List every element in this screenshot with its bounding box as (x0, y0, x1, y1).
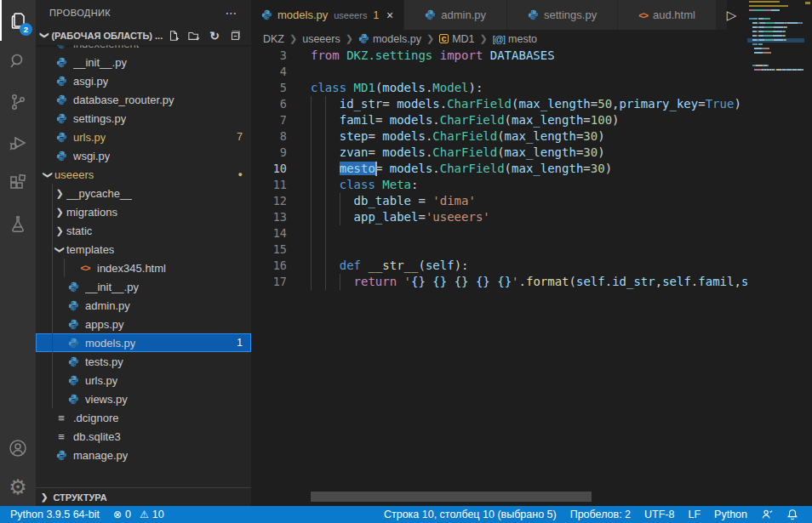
tree-item-apps.py[interactable]: apps.py (36, 315, 251, 333)
code-line-9[interactable]: 9zvan= models.CharField(max_length=30) (251, 145, 812, 161)
breadcrumb-separator-icon: ❯ (346, 33, 353, 44)
collapse-all-icon[interactable] (227, 28, 243, 43)
code-line-17[interactable]: 17return '{} {} {} {} {}'.format(self.id… (251, 274, 812, 290)
code-line-8[interactable]: 8step= models.CharField(max_length=30) (251, 128, 812, 145)
tree-indent-guide (52, 277, 53, 296)
tree-item-settings.py[interactable]: settings.py (36, 109, 251, 128)
tree-item-asgi.py[interactable]: asgi.py (36, 71, 251, 90)
line-number: 7 (251, 112, 287, 128)
settings-gear-icon[interactable]: ⚙ (0, 469, 36, 506)
tab-admin.py[interactable]: admin.py (404, 0, 507, 30)
search-icon[interactable] (0, 41, 36, 82)
indentation-status[interactable]: Пробелов: 2 (563, 506, 638, 523)
code-line-14[interactable]: 14 (251, 225, 812, 242)
cursor-position-status[interactable]: Строка 10, столбец 10 (выбрано 5) (377, 506, 563, 523)
eol-status[interactable]: LF (681, 506, 707, 523)
tree-item-urls.py[interactable]: urls.py (36, 371, 251, 389)
tab-models.py[interactable]: models.pyuseeers1× (251, 0, 404, 30)
tree-item-views.py[interactable]: views.py (36, 389, 251, 408)
breadcrumb-item-useeers[interactable]: useeers (302, 33, 340, 45)
python-icon (66, 338, 80, 349)
python-icon (66, 300, 80, 311)
tree-item-.dcignore[interactable]: ≡.dcignore (36, 408, 251, 427)
language-mode-status[interactable]: Python (707, 506, 754, 523)
source-control-icon[interactable] (0, 82, 36, 122)
explorer-icon[interactable]: 2 (0, 0, 36, 41)
tree-folder-__pycache__[interactable]: ❯__pycache__ (36, 184, 251, 202)
line-number: 14 (251, 225, 287, 242)
tree-item-tests.py[interactable]: tests.py (36, 352, 251, 371)
tree-item-wsgi.py[interactable]: wsgi.py (36, 146, 251, 165)
tree-item-indexelement[interactable]: indexelement (36, 45, 251, 53)
chevron-right-icon: ❯ (53, 225, 66, 236)
close-icon[interactable]: × (386, 9, 393, 22)
code-text: id_str= models.CharField(max_length=50,p… (311, 97, 741, 111)
breadcrumb-label: mesto (508, 33, 537, 45)
tree-item-label: indexelement (73, 45, 139, 50)
code-line-15[interactable]: 15 (251, 242, 812, 258)
outline-section-header[interactable]: ❯ СТРУКТУРА (36, 487, 251, 506)
tree-item-label: __init__.py (73, 56, 127, 69)
code-line-11[interactable]: 11class Meta: (251, 177, 812, 193)
refresh-icon[interactable]: ↻ (207, 28, 222, 43)
tab-aud.html[interactable]: <>aud.html (618, 0, 717, 30)
run-debug-icon[interactable] (0, 122, 36, 163)
new-file-icon[interactable] (166, 28, 181, 43)
code-line-7[interactable]: 7famil= models.CharField(max_length=100) (251, 112, 812, 128)
sidebar-more-actions-icon[interactable]: ⋯ (226, 6, 237, 20)
code-line-6[interactable]: 6id_str= models.CharField(max_length=50,… (251, 96, 812, 112)
python-icon (54, 450, 68, 461)
new-folder-icon[interactable] (186, 28, 202, 43)
encoding-status[interactable]: UTF-8 (638, 506, 681, 523)
tree-item-label: tests.py (85, 355, 123, 368)
minimap[interactable] (747, 0, 804, 459)
tree-indent-guide (52, 371, 53, 389)
tree-item-urls.py[interactable]: urls.py7 (36, 128, 251, 146)
code-line-13[interactable]: 13app_label='useeers' (251, 209, 812, 225)
run-python-file-icon[interactable]: ▷ (727, 8, 737, 23)
python-interpreter-status[interactable]: Python 3.9.5 64-bit (3, 506, 106, 523)
breadcrumb-item-models.py[interactable]: models.py (358, 33, 421, 45)
extensions-icon[interactable] (0, 163, 36, 204)
breadcrumb-item-MD1[interactable]: cMD1 (439, 33, 474, 45)
notifications-bell-icon[interactable] (780, 506, 805, 523)
tree-folder-static[interactable]: ❯static (36, 221, 251, 240)
test-icon[interactable] (0, 204, 36, 245)
tree-item-manage.py[interactable]: manage.py (36, 446, 251, 464)
horizontal-scrollbar[interactable] (311, 492, 592, 502)
code-line-5[interactable]: 5class MD1(models.Model): (251, 80, 812, 96)
tree-item-models.py[interactable]: models.py1 (36, 333, 251, 352)
tab-settings.py[interactable]: settings.py (507, 0, 618, 30)
tree-indent-guide (52, 333, 53, 352)
account-icon[interactable] (0, 428, 36, 469)
code-line-10[interactable]: 10mesto= models.CharField(max_length=30) (251, 161, 812, 177)
tree-folder-templates[interactable]: ❯templates (36, 240, 251, 259)
tree-item-label: database_roouter.py (73, 94, 174, 106)
feedback-icon[interactable] (754, 506, 780, 523)
breadcrumb-item-mesto[interactable]: [@]mesto (493, 33, 537, 45)
problems-status[interactable]: ⊗ 0 ⚠ 10 (106, 506, 171, 523)
tree-folder-migrations[interactable]: ❯migrations (36, 202, 251, 221)
tree-item-__init__.py[interactable]: __init__.py (36, 277, 251, 296)
code-line-12[interactable]: 12db_table = 'dima' (251, 193, 812, 209)
tree-item-database_roouter.py[interactable]: database_roouter.py (36, 90, 251, 109)
tree-item-__init__.py[interactable]: __init__.py (36, 53, 251, 71)
breadcrumb-label: DKZ (263, 33, 284, 45)
tree-item-admin.py[interactable]: admin.py (36, 296, 251, 315)
symbol-field-icon: [@] (493, 34, 505, 44)
breadcrumb: DKZ❯useeers❯models.py❯cMD1❯[@]mesto (251, 30, 812, 48)
error-count: 0 (125, 509, 131, 520)
code-editor[interactable]: 3from DKZ.settings import DATABASES45cla… (251, 48, 812, 490)
warning-icon: ⚠ (140, 509, 149, 520)
tree-item-db.sqlite3[interactable]: ≡db.sqlite3 (36, 427, 251, 446)
tree-folder-useeers[interactable]: ❯useeers● (36, 165, 251, 184)
python-icon (66, 356, 80, 367)
overview-ruler (804, 0, 812, 459)
breadcrumb-item-DKZ[interactable]: DKZ (263, 33, 284, 45)
code-line-16[interactable]: 16def __str__(self): (251, 258, 812, 274)
html-icon: <> (78, 263, 92, 273)
code-line-3[interactable]: 3from DKZ.settings import DATABASES (251, 48, 812, 64)
tree-item-index345.html[interactable]: <>index345.html (36, 259, 251, 277)
workspace-section-header[interactable]: ❯ (РАБОЧАЯ ОБЛАСТЬ) ... ↻ (36, 26, 251, 45)
code-line-4[interactable]: 4 (251, 64, 812, 80)
